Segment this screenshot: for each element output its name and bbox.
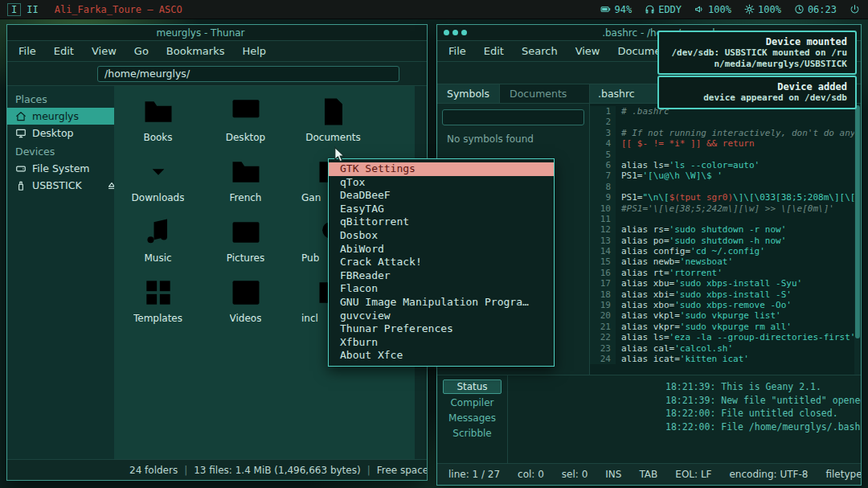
menu-item-abiword[interactable]: AbiWord — [329, 243, 554, 256]
menu-item-fbreader[interactable]: FBReader — [329, 269, 554, 283]
menu-item-gnu-image-manipulation-progra[interactable]: GNU Image Manipulation Progra… — [329, 296, 554, 310]
notification[interactable]: Device addeddevice appeared on /dev/sdb — [657, 76, 857, 109]
editor-scrollbar[interactable] — [854, 104, 861, 375]
symbols-search-input[interactable] — [459, 112, 567, 123]
menu-edit[interactable]: Edit — [54, 45, 74, 57]
status-message: 18:22:00: File /home/meurglys/.bashrc op… — [665, 420, 861, 434]
file-downloads[interactable]: Downloads — [114, 154, 202, 215]
forward-button[interactable] — [35, 67, 49, 81]
menu-item-about-xfce[interactable]: About Xfce — [329, 349, 554, 363]
now-playing-title[interactable]: Ali_Farka_Toure — ASCO — [55, 4, 182, 15]
panel-clock[interactable]: 06:23 — [794, 4, 837, 15]
code-line: 23alias cal='calcol.sh' — [590, 343, 861, 354]
close-tab-icon[interactable] — [641, 90, 649, 98]
sidebar-item-usbstick[interactable]: USBSTICK — [7, 177, 125, 194]
panel-headphones[interactable]: EDDY — [645, 4, 682, 15]
menu-view[interactable]: View — [92, 45, 117, 57]
menu-item-qtox[interactable]: qTox — [329, 176, 554, 190]
sidebar-item-desktop[interactable]: Desktop — [7, 125, 125, 141]
file-documents[interactable]: Documents — [289, 94, 377, 154]
notification[interactable]: Device mounted/dev/sdb: USBSTICK mounted… — [657, 31, 857, 75]
open-button[interactable] — [481, 67, 493, 80]
line-number: 9 — [590, 192, 616, 203]
search-icon[interactable] — [406, 67, 420, 81]
clear-search-icon[interactable] — [571, 113, 580, 122]
line-number: 10 — [590, 203, 616, 214]
file-books[interactable]: Books — [114, 94, 202, 154]
sidebar-item-meurglys[interactable]: meurglys — [7, 108, 125, 125]
panel-volume[interactable]: 100% — [694, 4, 731, 15]
window-buttons[interactable] — [444, 30, 467, 35]
file-label: Documents — [305, 132, 360, 143]
line-number: 3 — [590, 128, 616, 138]
menu-search[interactable]: Search — [522, 45, 558, 57]
message-panel: StatusCompilerMessagesScribble 18:21:39:… — [437, 375, 861, 463]
workspace-i[interactable]: I — [8, 4, 20, 15]
panel-tab-status[interactable]: Status — [443, 379, 502, 394]
menu-item-xfburn[interactable]: Xfburn — [329, 336, 554, 350]
panel-tab-messages[interactable]: Messages — [443, 412, 502, 424]
file-videos[interactable]: Videos — [202, 275, 289, 335]
menu-go[interactable]: Go — [134, 45, 149, 57]
save-button[interactable] — [516, 67, 529, 80]
menu-file[interactable]: File — [448, 45, 466, 57]
thunar-toolbar — [7, 62, 427, 86]
menu-item-deadbeef[interactable]: DeaDBeeF — [329, 189, 554, 203]
image-icon — [228, 215, 264, 250]
code-line: 24alias icat='kitten icat' — [590, 354, 861, 364]
save-all-button[interactable] — [538, 67, 551, 80]
menu-item-flacon[interactable]: Flacon — [329, 282, 554, 296]
home-icon — [15, 111, 27, 122]
path-input[interactable] — [97, 66, 399, 82]
maximize-button[interactable] — [395, 28, 403, 37]
folder-icon — [141, 94, 176, 129]
sidebar-item-file-system[interactable]: File System — [7, 160, 125, 177]
code-line: 10#PS1='\[\e[38;5;242m\][\w] >> \[\e[0m\… — [590, 203, 861, 214]
menu-item-crack-attack[interactable]: Crack Attack! — [329, 256, 554, 269]
panel-left: III Ali_Farka_Toure — ASCO — [8, 4, 182, 15]
code-line: 2 — [590, 117, 861, 127]
menu-item-dosbox[interactable]: Dosbox — [329, 229, 554, 243]
up-button[interactable] — [55, 67, 70, 81]
new-file-button[interactable] — [445, 67, 458, 80]
places-header: Places — [7, 89, 125, 108]
volume-icon — [694, 4, 705, 14]
menu-item-thunar-preferences[interactable]: Thunar Preferences — [329, 322, 554, 336]
code-view[interactable]: 1# .bashrc23# If not running interactive… — [590, 104, 861, 375]
new-file-dropdown[interactable] — [463, 69, 471, 77]
back-button[interactable] — [14, 67, 28, 81]
sidebar-tab-documents[interactable]: Documents — [500, 84, 576, 103]
file-music[interactable]: Music — [114, 215, 202, 275]
panel-tab-scribble[interactable]: Scribble — [443, 427, 502, 440]
workspace-ii[interactable]: II — [23, 4, 41, 15]
menu-item-guvcview[interactable]: guvcview — [329, 310, 554, 323]
thunar-titlebar[interactable]: meurglys - Thunar — [7, 25, 427, 41]
panel-tab-compiler[interactable]: Compiler — [443, 396, 502, 409]
file-french[interactable]: French — [202, 154, 289, 215]
menu-file[interactable]: File — [18, 45, 36, 57]
file-templates[interactable]: Templates — [114, 275, 202, 335]
panel-battery[interactable]: 94% — [600, 4, 632, 15]
open-dropdown[interactable] — [498, 69, 506, 77]
menu-item-qbittorrent[interactable]: qBittorrent — [329, 215, 554, 229]
close-button[interactable] — [411, 28, 420, 37]
sidebar-tab-symbols[interactable]: Symbols — [437, 84, 500, 103]
file-pictures[interactable]: Pictures — [202, 215, 289, 275]
menu-item-gtk-settings[interactable]: GTK Settings — [329, 162, 554, 176]
revert-button[interactable] — [561, 67, 574, 80]
menu-help[interactable]: Help — [242, 45, 266, 57]
tab-bashrc[interactable]: .bashrc — [590, 84, 657, 103]
panel-power[interactable] — [850, 4, 860, 14]
home-button[interactable] — [76, 67, 91, 81]
file-desktop[interactable]: Desktop — [202, 94, 289, 154]
devices-header: Devices — [7, 141, 125, 160]
close-file-button[interactable] — [583, 67, 596, 80]
minimize-button[interactable] — [378, 28, 387, 37]
menu-item-easytag[interactable]: EasyTAG — [329, 203, 554, 216]
menu-edit[interactable]: Edit — [484, 45, 504, 57]
menu-view[interactable]: View — [575, 45, 600, 57]
menu-bookmarks[interactable]: Bookmarks — [166, 45, 225, 57]
status-messages: 18:21:39: This is Geany 2.1.18:21:39: Ne… — [508, 375, 861, 463]
line-number: 24 — [590, 354, 616, 364]
panel-brightness[interactable]: 100% — [744, 4, 781, 15]
